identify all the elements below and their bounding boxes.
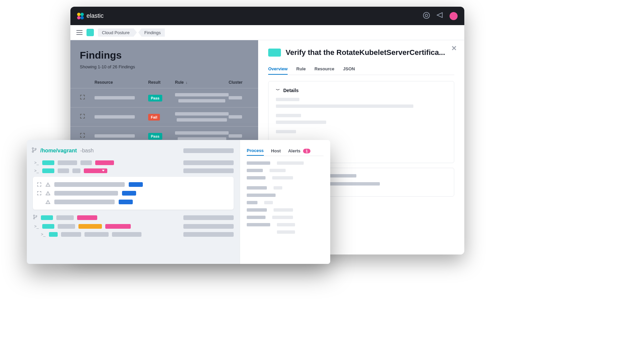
alert-row[interactable] [37, 198, 230, 206]
expand-icon[interactable] [37, 191, 42, 196]
expand-icon[interactable] [80, 114, 85, 119]
results-count: Showing 1-10 of 26 Findings [70, 61, 258, 76]
prompt-icon: >_ [34, 160, 39, 165]
svg-point-7 [36, 216, 37, 217]
session-view-window: /home/vagrant -bash >_ >_ [27, 140, 330, 264]
finding-status-icon [268, 49, 281, 57]
result-badge-pass: Pass [148, 133, 162, 140]
svg-point-6 [34, 218, 35, 219]
table-row[interactable]: Pass [70, 88, 258, 107]
alert-row[interactable] [37, 180, 230, 189]
command-row[interactable] [32, 213, 234, 222]
page-title: Findings [70, 50, 258, 61]
expand-icon[interactable] [80, 94, 85, 100]
table-row[interactable]: Fail [70, 107, 258, 126]
brand: elastic [77, 12, 104, 19]
menu-toggle-icon[interactable] [76, 30, 82, 35]
session-details-panel: Process Host Alerts 1 [240, 140, 330, 264]
breadcrumb-cloud-posture[interactable]: Cloud Posture [98, 28, 137, 37]
tab-overview[interactable]: Overview [268, 64, 288, 75]
svg-point-1 [425, 14, 427, 16]
tab-alerts[interactable]: Alerts 1 [288, 146, 310, 155]
tab-resource[interactable]: Resource [314, 64, 334, 75]
table-header: Resource Result Rule ↓ Cluster [70, 76, 258, 88]
brand-name: elastic [86, 12, 104, 19]
warning-icon [46, 182, 50, 187]
sort-desc-icon: ↓ [186, 80, 188, 84]
session-tree: /home/vagrant -bash >_ >_ [27, 140, 240, 264]
alerts-count-badge: 1 [303, 149, 310, 153]
tab-rule[interactable]: Rule [296, 64, 306, 75]
session-tabs: Process Host Alerts 1 [247, 146, 324, 156]
flyout-title: Verify that the RotateKubeletServerCerti… [286, 48, 445, 57]
prompt-icon: >_ [34, 224, 39, 229]
col-rule[interactable]: Rule ↓ [175, 80, 229, 85]
svg-point-4 [35, 148, 36, 150]
result-badge-fail: Fail [148, 114, 160, 121]
help-icon[interactable] [423, 12, 430, 20]
placeholder [183, 148, 234, 153]
expand-icon[interactable] [80, 133, 85, 138]
svg-point-5 [34, 215, 35, 216]
app-icon[interactable] [86, 29, 94, 36]
col-cluster[interactable]: Cluster [229, 80, 249, 85]
command-row[interactable]: >_ [32, 167, 234, 175]
session-cwd: /home/vagrant [40, 148, 77, 154]
news-icon[interactable] [436, 12, 444, 20]
breadcrumb-findings: Findings [138, 28, 165, 37]
session-shell: -bash [80, 148, 94, 154]
tab-host[interactable]: Host [271, 146, 281, 155]
command-row[interactable]: >_ [32, 222, 234, 230]
prompt-icon: >_ [41, 232, 46, 237]
dropdown-chip[interactable] [84, 168, 107, 173]
expand-icon[interactable] [37, 182, 42, 187]
warning-icon [46, 191, 50, 196]
prompt-icon: >_ [34, 168, 39, 173]
col-result[interactable]: Result [148, 80, 175, 85]
alert-group [33, 177, 234, 210]
command-row[interactable]: >_ [32, 230, 234, 238]
command-row[interactable]: >_ [32, 159, 234, 167]
svg-point-3 [32, 151, 34, 152]
close-icon[interactable]: ✕ [451, 44, 457, 52]
result-badge-pass: Pass [148, 95, 162, 101]
warning-icon [46, 200, 50, 204]
svg-point-0 [423, 12, 429, 18]
details-toggle[interactable]: ﹀ Details [276, 87, 447, 93]
col-resource[interactable]: Resource [95, 80, 148, 85]
session-path: /home/vagrant -bash [32, 147, 234, 154]
flyout-tabs: Overview Rule Resource JSON [268, 64, 454, 75]
chevron-down-icon: ﹀ [276, 87, 280, 93]
tab-process[interactable]: Process [247, 146, 264, 156]
titlebar: elastic [70, 7, 464, 25]
breadcrumb-bar: Cloud Posture Findings [70, 25, 464, 40]
user-avatar[interactable] [450, 12, 458, 20]
branch-icon [33, 215, 38, 221]
titlebar-actions [423, 12, 458, 20]
elastic-logo-icon [77, 13, 84, 19]
branch-icon [32, 147, 37, 154]
tab-json[interactable]: JSON [343, 64, 355, 75]
alert-row[interactable] [37, 189, 230, 198]
svg-point-2 [32, 148, 34, 149]
